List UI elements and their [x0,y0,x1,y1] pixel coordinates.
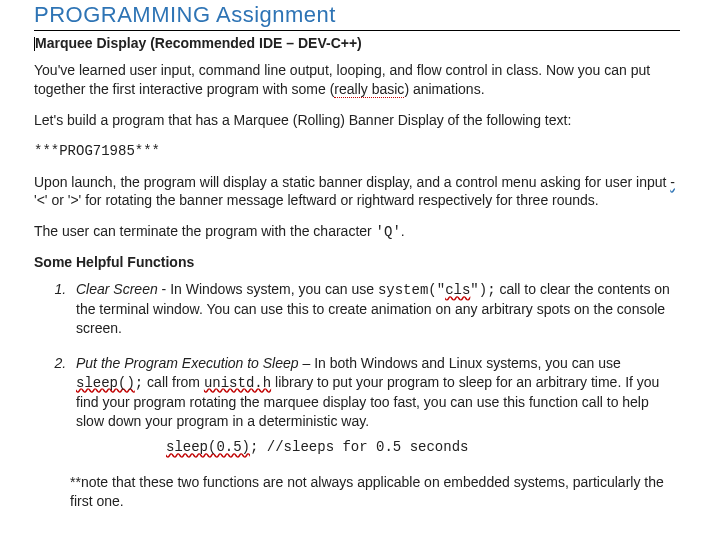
li2-semi: ; [135,375,143,391]
sleep-comment: ; //sleeps for 0.5 seconds [250,439,468,455]
intro-1c: ) animations. [404,81,484,97]
list-item-sleep: Put the Program Execution to Sleep – In … [70,354,680,457]
list-item-clear-screen: Clear Screen - In Windows system, you ca… [70,280,680,338]
helpful-functions-list: Clear Screen - In Windows system, you ca… [70,280,680,457]
intro-paragraph-2: Let's build a program that has a Marquee… [34,111,680,130]
para2-dash: - [670,174,675,190]
li1-code1: system(" [378,282,445,298]
behavior-paragraph-2: The user can terminate the program with … [34,222,680,242]
intro-paragraph-1: You've learned user input, command line … [34,61,680,99]
li1-cls: cls [445,282,470,298]
li2-title: Put the Program Execution to Sleep [76,355,299,371]
sleep-code-example: sleep(0.5); //sleeps for 0.5 seconds [166,438,680,457]
li1-a: - In Windows system, you can use [158,281,378,297]
li2-b: call from [143,374,204,390]
title-rule [34,30,680,31]
helpful-functions-heading: Some Helpful Functions [34,254,680,270]
banner-code: ***PROG71985*** [34,142,680,161]
li1-code2: "); [470,282,495,298]
intro-really-basic: really basic [334,81,404,98]
behavior-paragraph-1: Upon launch, the program will display a … [34,173,680,211]
para3a: The user can terminate the program with … [34,223,376,239]
para2b: '<' or '>' for rotating the banner messa… [34,192,599,208]
page-title: PROGRAMMING Assignment [34,2,680,28]
li2-unistd: unistd.h [204,375,271,391]
li2-sleep: sleep() [76,375,135,391]
quit-char: 'Q' [376,224,401,240]
subtitle-text: Marquee Display (Recommended IDE – DEV-C… [35,35,362,51]
footnote: **note that these two functions are not … [70,473,680,511]
para3c: . [401,223,405,239]
li1-title: Clear Screen [76,281,158,297]
sleep-call: sleep(0.5) [166,439,250,455]
li2-a: – In both Windows and Linux systems, you… [299,355,621,371]
para2a: Upon launch, the program will display a … [34,174,670,190]
assignment-subtitle: Marquee Display (Recommended IDE – DEV-C… [34,35,680,51]
